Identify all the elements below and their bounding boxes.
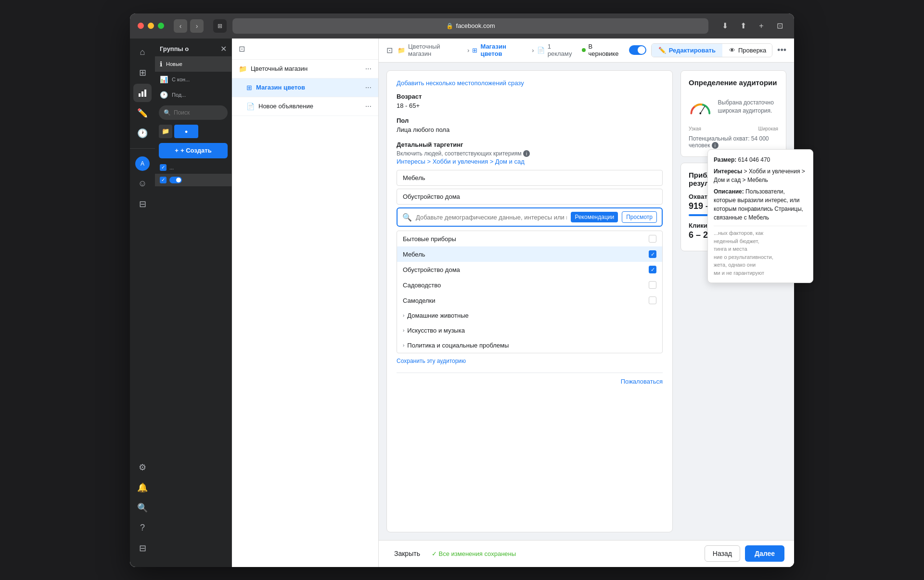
audience-card: Определение аудитории	[680, 70, 786, 157]
tab-campaigns[interactable]: 📊 С кон...	[155, 72, 231, 87]
checkbox-1[interactable]: ✓	[649, 250, 656, 258]
sidebar-toggle-icon[interactable]: ⊡	[386, 46, 393, 55]
campaign-tree-label-1: Магазин цветов	[256, 84, 361, 91]
more-icon-2[interactable]: ···	[365, 102, 372, 111]
dropdown-label-3: Садоводство	[403, 282, 441, 289]
breadcrumb-ad[interactable]: 1 рекламу	[548, 43, 577, 57]
sidebar-icon-chart[interactable]	[133, 84, 152, 102]
expandable-1[interactable]: › Искусство и музыка	[397, 323, 662, 338]
search-input[interactable]	[174, 109, 223, 116]
folder-button[interactable]: 📁	[159, 125, 172, 138]
campaign-tree-item-1[interactable]: ⊞ Магазин цветов ···	[232, 78, 378, 97]
tooltip-size-row: Размер: 614 046 470	[714, 155, 794, 164]
more-options-button[interactable]: •••	[777, 45, 786, 55]
interest-tag-label-1: Обустройство дома	[403, 193, 460, 200]
breadcrumb-campaign[interactable]: Цветочный магазин	[408, 43, 464, 57]
tab-new-label: Новые	[166, 61, 182, 67]
targeting-search[interactable]: 🔍 Рекомендации Просмотр	[397, 207, 663, 227]
sidebar-icon-home[interactable]: ⌂	[133, 43, 152, 62]
campaign-row-1[interactable]: ✓ ...	[155, 161, 231, 174]
expandable-0[interactable]: › Домашние животные	[397, 308, 662, 323]
status-toggle[interactable]	[629, 45, 646, 55]
next-button[interactable]: Далее	[745, 545, 784, 562]
minimize-button[interactable]	[148, 23, 154, 29]
sidebar-icon-avatar[interactable]: А	[133, 155, 152, 173]
form-panel: Добавить несколько местоположений сразу …	[386, 70, 673, 532]
tab-pending-label: Под...	[172, 92, 186, 98]
sidebar-icon-grid[interactable]: ⊞	[133, 64, 152, 82]
share-button[interactable]: ⬆	[736, 19, 750, 33]
browse-button[interactable]: Просмотр	[622, 211, 657, 223]
sidebar-icon-search[interactable]: 🔍	[133, 499, 152, 517]
gauge-chart	[689, 92, 712, 121]
save-audience-row: Сохранить эту аудиторию	[397, 356, 663, 365]
dropdown-item-1[interactable]: Мебель ✓	[397, 246, 662, 262]
report-row: Пожаловаться	[397, 377, 663, 386]
sidebar-icon-settings[interactable]: ⚙	[133, 458, 152, 477]
campaign-row-2[interactable]: ✓	[155, 174, 231, 186]
save-audience-text[interactable]: Сохранить эту аудиторию	[397, 358, 466, 364]
new-tab-button[interactable]: +	[755, 19, 768, 33]
checkbox-2[interactable]: ✓	[160, 177, 167, 183]
targeting-sublabel: Включить людей, соответствующих критерия…	[397, 150, 663, 157]
expandable-2[interactable]: › Политика и социальные проблемы	[397, 338, 662, 353]
checkbox-1[interactable]: ✓	[160, 164, 167, 171]
address-bar[interactable]: 🔒 facebook.com	[232, 18, 708, 34]
forward-nav-button[interactable]: ›	[190, 19, 204, 33]
dropdown-item-3[interactable]: Садоводство	[397, 277, 662, 293]
dropdown-item-0[interactable]: Бытовые приборы	[397, 231, 662, 246]
tab-pending[interactable]: 🕐 Под...	[155, 87, 231, 103]
toggle-2[interactable]	[169, 177, 182, 183]
sidebar-icon-emoji[interactable]: ☺	[133, 175, 152, 193]
targeting-breadcrumb-text[interactable]: Интересы > Хобби и увлечения > Дом и сад	[397, 158, 525, 165]
left-panel-tabs: ℹ Новые 📊 С кон... 🕐 Под...	[155, 56, 231, 103]
back-nav-button[interactable]: ‹	[174, 19, 187, 33]
info-icon-targeting[interactable]: i	[523, 150, 530, 157]
dropdown-label-1: Мебель	[403, 251, 425, 258]
search-bar[interactable]: 🔍	[159, 105, 228, 120]
tab-preview[interactable]: 👁 Проверка	[722, 44, 772, 57]
icon-sidebar: ⌂ ⊞ ✏️ 🕐 А ☺ ⊟ ⚙ 🔔 🔍 ? ⊟	[130, 39, 155, 567]
checkbox-2[interactable]: ✓	[649, 266, 656, 273]
sidebar-icon-help[interactable]: ?	[133, 519, 152, 537]
extensions-button[interactable]: ⊡	[773, 19, 786, 33]
campaign-tree-item-0[interactable]: 📁 Цветочный магазин ···	[232, 60, 378, 78]
recommendations-button[interactable]: Рекомендации	[571, 212, 618, 222]
tooltip-interests-label: Интересы	[714, 168, 742, 175]
campaign-tree-label-2: Новое объявление	[258, 103, 361, 110]
more-icon-1[interactable]: ···	[365, 83, 372, 92]
dropdown-item-4[interactable]: Самоделки	[397, 293, 662, 308]
breadcrumb-adset[interactable]: Магазин цветов	[480, 43, 529, 57]
maximize-button[interactable]	[158, 23, 164, 29]
close-button[interactable]	[138, 23, 144, 29]
sidebar-icon-table[interactable]: ⊟	[133, 195, 152, 213]
back-button[interactable]: Назад	[705, 545, 740, 562]
sidebar-icon-edit[interactable]: ✏️	[133, 104, 152, 122]
tab-new[interactable]: ℹ Новые	[155, 56, 231, 72]
close-bottom-button[interactable]: Закрыть	[388, 546, 426, 561]
blue-action-button[interactable]: ●	[174, 125, 198, 138]
folder-icon-0: 📁	[239, 65, 247, 73]
sidebar-icon-bell[interactable]: 🔔	[133, 478, 152, 497]
campaign-tree-item-2[interactable]: 📄 Новое объявление ···	[232, 97, 378, 116]
download-button[interactable]: ⬇	[718, 19, 732, 33]
checkbox-4[interactable]	[649, 296, 656, 304]
create-button[interactable]: + + Создать	[159, 143, 228, 158]
tooltip-desc-label: Описание:	[714, 188, 744, 195]
tab-edit[interactable]: ✏️ Редактировать	[652, 44, 722, 57]
content-area: Добавить несколько местоположений сразу …	[379, 63, 794, 540]
checkbox-3[interactable]	[649, 281, 656, 289]
dropdown-item-2[interactable]: Обустройство дома ✓	[397, 262, 662, 277]
tab-switcher[interactable]: ⊞	[213, 19, 227, 33]
report-link[interactable]: Пожаловаться	[621, 378, 663, 385]
sidebar-icon-layers[interactable]: ⊟	[133, 539, 152, 557]
checkbox-0[interactable]	[649, 235, 656, 243]
expandable-label-1: Искусство и музыка	[407, 327, 465, 334]
targeting-search-input[interactable]	[416, 214, 567, 221]
info-icon-reach[interactable]: i	[712, 142, 719, 149]
sidebar-icon-clock[interactable]: 🕐	[133, 124, 152, 142]
close-panel-button[interactable]: ✕	[220, 44, 227, 53]
campaign-panel-header: ⊡	[232, 39, 378, 60]
add-locations-link[interactable]: Добавить несколько местоположений сразу	[397, 79, 524, 87]
more-icon-0[interactable]: ···	[365, 64, 372, 73]
